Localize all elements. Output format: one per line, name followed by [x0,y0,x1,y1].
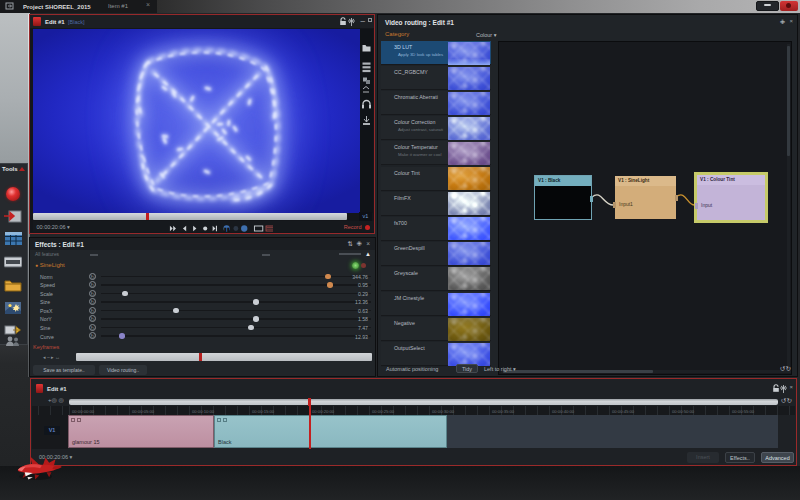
svg-text:▮▮: ▮▮ [223,225,229,231]
